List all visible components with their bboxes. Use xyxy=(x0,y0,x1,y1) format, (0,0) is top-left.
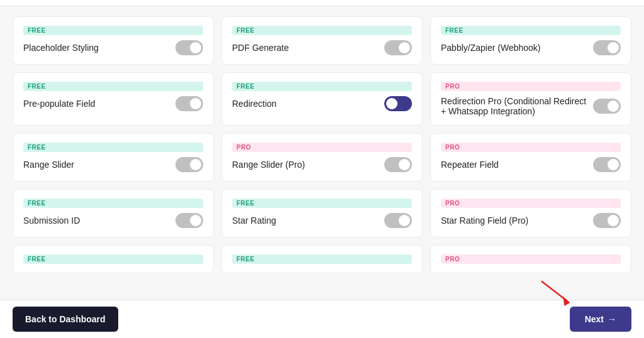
card-label: Range Slider (Pro) xyxy=(232,160,384,170)
toggle-switch[interactable] xyxy=(593,99,621,114)
toggle-switch[interactable] xyxy=(175,40,203,55)
card-label: Range Slider xyxy=(23,160,175,170)
feature-card: FREEPre-populate Field xyxy=(13,72,214,126)
main-content: FREEPlaceholder StylingFREEPDF GenerateF… xyxy=(0,6,644,300)
badge-pro: PRO xyxy=(441,82,621,91)
next-label: Next xyxy=(585,314,604,324)
top-bar xyxy=(0,0,644,6)
feature-card: FREEPDF Generate xyxy=(221,16,423,65)
bottom-bar: Back to Dashboard Next → xyxy=(0,300,644,338)
arrow-indicator xyxy=(537,275,575,309)
card-label: Pabbly/Zapier (Webhook) xyxy=(441,43,593,53)
badge-free: FREE xyxy=(441,26,621,35)
svg-marker-1 xyxy=(563,297,570,306)
next-button[interactable]: Next → xyxy=(570,307,631,332)
toggle-switch[interactable] xyxy=(175,157,203,172)
next-arrow-icon: → xyxy=(608,314,616,324)
badge-pro: PRO xyxy=(441,254,621,264)
card-label: Redirection Pro (Conditional Redirect + … xyxy=(441,96,593,116)
feature-card: PRORedirection Pro (Conditional Redirect… xyxy=(430,72,631,126)
badge-free: FREE xyxy=(232,26,412,35)
feature-card: FREERange Slider xyxy=(13,133,214,182)
svg-line-0 xyxy=(542,281,567,300)
toggle-switch[interactable] xyxy=(593,40,621,55)
feature-card: PRORepeater Field xyxy=(430,133,631,182)
card-label: Repeater Field xyxy=(441,160,593,170)
badge-pro: PRO xyxy=(441,143,621,152)
card-label: Placeholder Styling xyxy=(23,43,175,53)
badge-free: FREE xyxy=(232,199,412,208)
badge-pro: PRO xyxy=(232,143,412,152)
card-label: Pre-populate Field xyxy=(23,99,175,109)
toggle-switch[interactable] xyxy=(593,157,621,172)
toggle-switch[interactable] xyxy=(384,213,412,228)
feature-card-partial: FREE xyxy=(13,245,214,273)
card-label: Star Rating Field (Pro) xyxy=(441,215,593,226)
feature-card: FREERedirection xyxy=(221,72,423,126)
card-label: Star Rating xyxy=(232,215,384,226)
feature-card: FREEStar Rating xyxy=(221,189,423,237)
badge-free: FREE xyxy=(232,254,412,264)
back-to-dashboard-button[interactable]: Back to Dashboard xyxy=(13,307,118,332)
feature-card: FREEPlaceholder Styling xyxy=(13,16,214,65)
toggle-switch[interactable] xyxy=(175,96,203,111)
badge-free: FREE xyxy=(232,82,412,91)
card-label: PDF Generate xyxy=(232,43,384,53)
badge-free: FREE xyxy=(23,26,203,35)
feature-card-partial: FREE xyxy=(221,245,423,273)
feature-card: FREEPabbly/Zapier (Webhook) xyxy=(430,16,631,65)
badge-free: FREE xyxy=(23,254,203,264)
toggle-switch[interactable] xyxy=(384,157,412,172)
badge-pro: PRO xyxy=(441,199,621,208)
toggle-switch[interactable] xyxy=(593,213,621,228)
feature-card-partial: PRO xyxy=(430,245,631,273)
toggle-switch[interactable] xyxy=(384,40,412,55)
badge-free: FREE xyxy=(23,199,203,208)
card-label: Redirection xyxy=(232,99,384,109)
badge-free: FREE xyxy=(23,143,203,152)
feature-card: FREESubmission ID xyxy=(13,189,214,237)
feature-card: PROStar Rating Field (Pro) xyxy=(430,189,631,237)
badge-free: FREE xyxy=(23,82,203,91)
card-label: Submission ID xyxy=(23,215,175,226)
toggle-switch[interactable] xyxy=(175,213,203,228)
feature-card: PRORange Slider (Pro) xyxy=(221,133,423,182)
toggle-switch[interactable] xyxy=(384,96,412,111)
